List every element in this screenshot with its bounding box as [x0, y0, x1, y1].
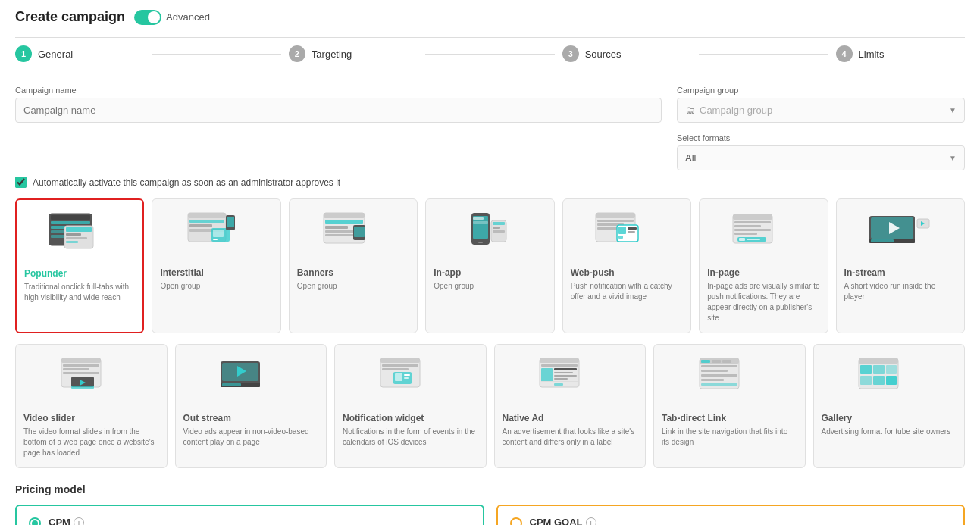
cpm-info-icon[interactable]: i — [74, 517, 84, 526]
step-4-circle: 4 — [836, 45, 853, 62]
interstitial-desc: Open group — [160, 281, 200, 292]
svg-rect-51 — [734, 225, 761, 227]
auto-activate-checkbox[interactable] — [15, 177, 27, 188]
format-card-webpush[interactable]: Web-push Push notification with a catchy… — [562, 198, 691, 333]
format-card-inapp[interactable]: In-app Open group — [425, 198, 554, 333]
svg-rect-111 — [873, 376, 885, 385]
svg-rect-107 — [860, 365, 872, 374]
svg-rect-39 — [596, 213, 635, 218]
instream-title: In-stream — [844, 267, 885, 278]
format-card-interstitial[interactable]: Interstitial Open group — [152, 198, 280, 333]
native-ad-title: Native Ad — [503, 413, 544, 423]
advanced-toggle[interactable] — [134, 10, 161, 25]
select-formats-dropdown[interactable]: All ▼ — [677, 145, 965, 170]
video-slider-icon — [23, 354, 159, 407]
tab-direct-link-icon — [662, 354, 797, 407]
svg-rect-56 — [747, 239, 760, 240]
inpage-desc: In-page ads are visually similar to push… — [707, 281, 819, 323]
svg-rect-71 — [71, 386, 94, 389]
instream-desc: A short video run inside the player — [844, 281, 957, 302]
pricing-card-cpm-goal[interactable]: CPM GOAL i Cost per impression + goal — [496, 505, 966, 525]
formats-grid-row1: Popunder Traditional onclick full-tabs w… — [15, 198, 965, 333]
format-card-out-stream[interactable]: Out stream Video ads appear in non-video… — [175, 344, 327, 468]
svg-rect-50 — [734, 221, 771, 223]
svg-rect-67 — [63, 368, 89, 370]
pricing-card-cpm[interactable]: CPM i Cost per 1000 impressions — [15, 505, 484, 525]
webpush-icon — [571, 208, 683, 261]
pricing-options: CPM i Cost per 1000 impressions CPM GOAL… — [15, 505, 965, 525]
format-card-banners[interactable]: Banners Open group — [289, 198, 418, 333]
format-card-native-ad[interactable]: Native Ad An advertisement that looks li… — [494, 344, 647, 468]
svg-rect-46 — [628, 231, 635, 233]
svg-rect-37 — [493, 230, 505, 233]
campaign-name-input[interactable] — [15, 98, 662, 123]
svg-rect-53 — [734, 233, 757, 235]
cpm-goal-radio[interactable] — [510, 517, 522, 525]
svg-rect-52 — [734, 229, 771, 231]
campaign-name-label: Campaign name — [15, 86, 662, 95]
out-stream-title: Out stream — [183, 413, 231, 423]
cpm-goal-name: CPM GOAL i — [530, 517, 629, 525]
svg-rect-79 — [382, 364, 418, 367]
campaign-group-placeholder: Campaign group — [700, 105, 944, 116]
notification-widget-title: Notification widget — [343, 413, 424, 423]
format-card-popunder[interactable]: Popunder Traditional onclick full-tabs w… — [15, 198, 144, 333]
step-limits[interactable]: 4 Limits — [836, 45, 965, 62]
inapp-title: In-app — [434, 267, 461, 278]
interstitial-icon — [160, 208, 272, 261]
svg-rect-14 — [189, 224, 212, 227]
campaign-group-select[interactable]: 🗂 Campaign group ▼ — [677, 98, 965, 123]
svg-rect-109 — [886, 365, 897, 374]
cpm-radio[interactable] — [29, 517, 41, 525]
svg-rect-97 — [701, 360, 710, 363]
formats-grid-row2: Video slider The video format slides in … — [15, 344, 965, 468]
step-4-label: Limits — [859, 48, 885, 60]
notification-widget-icon — [343, 354, 478, 407]
banners-icon — [297, 208, 409, 261]
campaign-group-group: Campaign group 🗂 Campaign group ▼ — [677, 86, 965, 123]
format-card-gallery[interactable]: Gallery Advertising format for tube site… — [813, 344, 966, 468]
inpage-title: In-page — [707, 267, 740, 278]
svg-rect-98 — [712, 360, 721, 363]
gallery-title: Gallery — [822, 413, 853, 423]
cpm-goal-info: CPM GOAL i Cost per impression + goal — [530, 517, 629, 525]
steps-nav: 1 General 2 Targeting 3 Sources 4 Limits — [15, 37, 965, 70]
step-2-label: Targeting — [312, 48, 352, 60]
svg-rect-55 — [739, 238, 745, 241]
svg-rect-47 — [618, 236, 623, 239]
inapp-desc: Open group — [434, 281, 474, 292]
formats-chevron-icon: ▼ — [949, 154, 957, 162]
step-general[interactable]: 1 General — [15, 45, 144, 62]
format-card-video-slider[interactable]: Video slider The video format slides in … — [15, 344, 168, 468]
svg-rect-12 — [188, 213, 226, 218]
format-card-inpage[interactable]: In-page In-page ads are visually similar… — [699, 198, 828, 333]
svg-rect-44 — [618, 227, 626, 234]
svg-rect-90 — [554, 372, 573, 373]
format-card-notification-widget[interactable]: Notification widget Notifications in the… — [334, 344, 487, 468]
select-formats-value: All — [685, 152, 944, 164]
cpm-name: CPM i — [49, 517, 148, 525]
svg-rect-26 — [325, 234, 355, 236]
svg-rect-86 — [540, 358, 579, 363]
campaign-group-label: Campaign group — [677, 86, 965, 95]
step-sources[interactable]: 3 Sources — [562, 45, 691, 62]
svg-rect-22 — [324, 213, 365, 218]
svg-rect-36 — [493, 227, 500, 229]
popunder-icon — [24, 209, 135, 262]
svg-rect-88 — [541, 368, 553, 382]
advanced-label: Advanced — [166, 11, 210, 23]
svg-rect-91 — [554, 375, 577, 377]
format-card-tab-direct-link[interactable]: Tab-direct Link Link in the site navigat… — [653, 344, 806, 468]
step-1-label: General — [38, 48, 73, 60]
out-stream-desc: Video ads appear in non-video-based cont… — [183, 427, 319, 448]
svg-rect-87 — [541, 364, 578, 367]
cpm-goal-info-icon[interactable]: i — [586, 517, 596, 526]
campaign-form-row: Campaign name Campaign group 🗂 Campaign … — [15, 86, 965, 123]
format-card-instream[interactable]: In-stream A short video run inside the p… — [836, 198, 965, 333]
step-targeting[interactable]: 2 Targeting — [289, 45, 418, 62]
pricing-section: Pricing model CPM i Cost per 1000 impres… — [15, 483, 965, 525]
svg-rect-112 — [886, 376, 897, 385]
folder-icon: 🗂 — [685, 105, 695, 116]
svg-rect-101 — [701, 370, 728, 372]
cpm-info: CPM i Cost per 1000 impressions — [49, 517, 148, 525]
